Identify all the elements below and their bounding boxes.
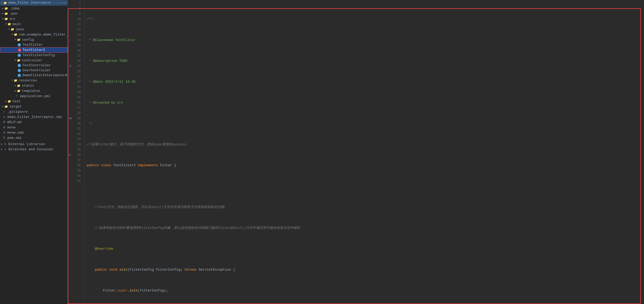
mvnw-label: mvnw	[7, 126, 15, 129]
linenum-35: 35	[73, 147, 82, 152]
sidebar-item-demomain[interactable]: DemoFilterInterceptorApplication	[0, 73, 67, 78]
com-arrow	[11, 33, 13, 36]
linenum-31: 31	[73, 126, 82, 132]
scratches-icon: ✎	[3, 147, 7, 151]
appyml-icon: Y	[15, 94, 19, 98]
gutter-16	[68, 48, 73, 53]
sidebar-item-appyml[interactable]: Y application.yml	[0, 93, 67, 99]
testcontroller-label: TestController	[22, 63, 51, 67]
sidebar-item-resources[interactable]: 📁 resources	[0, 78, 67, 83]
sidebar-item-scratches[interactable]: ✎ Scratches and Consoles	[0, 147, 67, 152]
linenum-39: 39	[73, 168, 82, 173]
gitignore-icon: ⊙	[2, 110, 6, 114]
sidebar-item-helpmd[interactable]: M HELP.md	[0, 120, 67, 125]
mvn-label: .mvn	[9, 12, 17, 16]
linenum-15: 15	[73, 43, 82, 48]
editor-main: ⚠ 5 ↓ ●	[68, 0, 644, 304]
idea-arrow	[2, 7, 4, 10]
gutter-24	[68, 90, 73, 95]
mvnwcmd-label: mvnw.cmd	[7, 131, 23, 135]
ctrl-folder-icon: 📁	[17, 58, 21, 62]
gutter-19: ●	[68, 64, 73, 69]
appyml-label: application.yml	[20, 94, 50, 98]
code-line-16: //init方法，初始化过滤器，可以在init()方法中完成与构造方法类似的初始…	[87, 205, 644, 210]
sidebar-item-pomxml[interactable]: X pom.xml	[0, 135, 67, 140]
code-line-9: * @Description TODO	[87, 58, 644, 64]
sidebar-item-extlib[interactable]: ⊞ External Libraries	[0, 141, 67, 147]
sidebar-item-mvnw[interactable]: m mvnw	[0, 125, 67, 130]
code-editor[interactable]: ↓ ● ●@	[68, 0, 644, 304]
test-arrow	[5, 100, 7, 103]
ctrl-arrow	[15, 59, 16, 62]
sidebar-item-target[interactable]: 📁 target	[0, 104, 67, 109]
gutter-15	[68, 43, 73, 48]
linenum-22: 22	[73, 79, 82, 85]
sidebar-item-mvnwcmd[interactable]: m mvnw.cmd	[0, 130, 67, 135]
templates-label: templates	[22, 89, 40, 93]
linenum-36: 36	[73, 152, 82, 158]
sidebar-item-test[interactable]: 📁 test	[0, 99, 67, 104]
extlib-label: External Libraries	[8, 142, 45, 146]
project-root[interactable]: 📁 demo_Filter_Interceptor D:\javaproject…	[0, 0, 67, 6]
code-container: ↓ ● ●@	[68, 1, 644, 304]
linenum-30: 30	[73, 121, 82, 126]
sidebar-item-mvn[interactable]: 📁 .mvn	[0, 11, 67, 16]
project-folder-icon: 📁	[3, 1, 7, 5]
linenum-41: 41	[73, 178, 82, 184]
sidebar-item-com[interactable]: 📁 com.example.demo_filter_interceptor	[0, 32, 67, 37]
sidebar-item-controller[interactable]: 📁 controller	[0, 58, 67, 63]
idea-label: .idea	[9, 7, 20, 10]
sidebar-item-java[interactable]: 📁 java	[0, 27, 67, 32]
test-folder-icon: 📁	[7, 99, 11, 103]
sidebar-item-iml[interactable]: ◈ demo_Filter_Interceptor.iml	[0, 114, 67, 120]
sidebar-item-testcontroller[interactable]: TestController	[0, 63, 67, 68]
gutter-31	[68, 126, 73, 132]
src-arrow	[2, 17, 4, 20]
sidebar-item-testfilter2[interactable]: TestFilter2	[0, 47, 67, 53]
linenum-10: 10	[73, 17, 82, 22]
sidebar-item-static[interactable]: 📁 static	[0, 83, 67, 88]
java-label: java	[16, 27, 24, 31]
gutter-25	[68, 95, 73, 100]
linenum-14: 14	[73, 38, 82, 43]
code-line-11: * @Created by zrc	[87, 100, 644, 105]
com-folder-icon: 📁	[14, 32, 18, 37]
code-line-8: * @Classname TestFilter	[87, 38, 644, 43]
linenum-29: 29	[73, 116, 82, 121]
res-arrow	[11, 79, 13, 82]
ctrl-label: controller	[22, 58, 42, 62]
com-label: com.example.demo_filter_interceptor	[19, 33, 68, 37]
linenum-27: 27	[73, 105, 82, 111]
sidebar-item-main[interactable]: 📁 main	[0, 21, 67, 27]
sidebar-item-gitignore[interactable]: ⊙ .gitignore	[0, 109, 67, 114]
usercontroller-label: UserController	[22, 68, 51, 72]
code-line-7: /**	[87, 17, 644, 22]
sidebar-item-usercontroller[interactable]: UserController	[0, 68, 67, 73]
gutter-38	[68, 163, 73, 168]
linenum-26: 26	[73, 100, 82, 105]
linenum-33: 33	[73, 137, 82, 142]
gutter-41	[68, 178, 73, 184]
sidebar-item-testfilter[interactable]: TestFilter	[0, 42, 67, 47]
config-arrow	[15, 38, 16, 41]
sidebar-item-src[interactable]: 📁 src	[0, 16, 67, 21]
project-label: demo_Filter_Interceptor	[8, 1, 52, 5]
linenum-9: 9	[73, 11, 82, 17]
sidebar-item-idea[interactable]: 📁 .idea	[0, 6, 67, 11]
sidebar-item-testfilterconfig[interactable]: TestFilterConfig	[0, 53, 67, 58]
gutter-21	[68, 74, 73, 79]
sidebar-item-templates[interactable]: 📁 templates	[0, 88, 67, 93]
code-line-17: //如果初始化代码中要使用到FilterConfig对象，那么这些初始化代码就只…	[87, 225, 644, 231]
code-line-13: //实现Filter接口，基于回调的方式，类似ajax请求的success.	[87, 142, 644, 147]
linenum-18: 18	[73, 58, 82, 64]
gutter-28	[68, 111, 73, 116]
sidebar-item-config[interactable]: 📁 config	[0, 37, 67, 42]
linenum-21: 21	[73, 74, 82, 79]
mvn-folder-icon: 📁	[4, 11, 8, 16]
res-label: resources	[19, 79, 37, 82]
gutter-36: ●↑	[68, 152, 73, 158]
code-lines[interactable]: /** * @Classname TestFilter * @Descripti…	[85, 1, 644, 304]
static-folder-icon: 📁	[17, 84, 21, 88]
target-folder-icon: 📁	[4, 104, 8, 109]
linenum-24: 24	[73, 90, 82, 95]
